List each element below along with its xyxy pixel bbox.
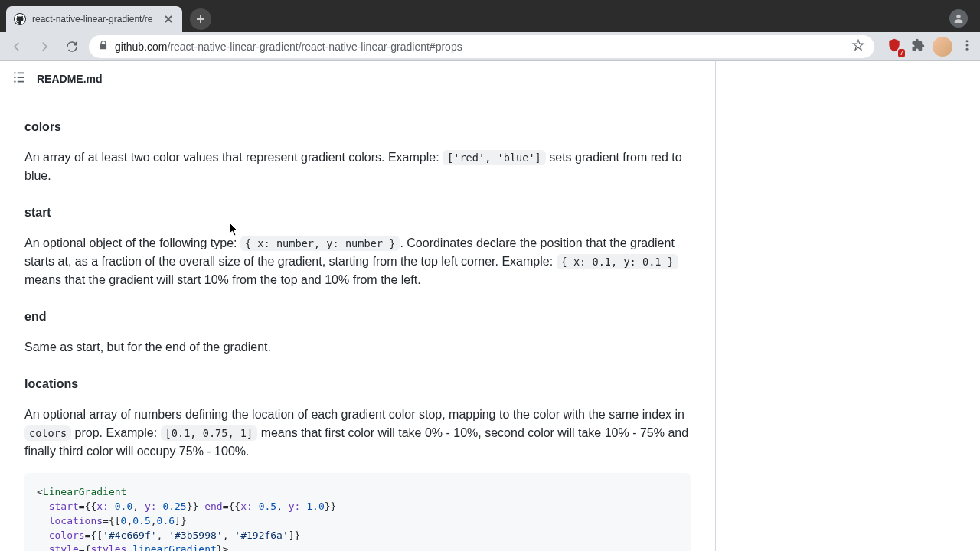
paragraph-locations: An optional array of numbers defining th… [24,406,691,461]
chrome-menu-icon[interactable] [960,38,974,55]
tab-title: react-native-linear-gradient/re [32,14,156,24]
sidebar-empty [716,61,980,551]
svg-point-3 [966,47,969,50]
forward-button[interactable] [34,36,55,57]
browser-toolbar: github.com/react-native-linear-gradient/… [0,32,980,61]
page-content: README.md colors An array of at least tw… [0,61,980,551]
new-tab-button[interactable] [190,8,211,30]
inline-code: { x: number, y: number } [240,236,400,251]
browser-tab[interactable]: react-native-linear-gradient/re [6,6,182,32]
profile-avatar[interactable] [933,37,952,57]
readme-body: colors An array of at least two color va… [0,96,715,551]
github-favicon [14,13,26,25]
chrome-account-icon[interactable] [949,9,968,28]
inline-code: [0.1, 0.75, 1] [161,425,258,441]
inline-code: ['red', 'blue'] [443,150,546,165]
address-bar[interactable]: github.com/react-native-linear-gradient/… [89,35,874,58]
readme-container: README.md colors An array of at least tw… [0,61,716,551]
paragraph-start: An optional object of the following type… [24,234,691,289]
adblock-extension-icon[interactable]: 7 [885,37,903,56]
table-of-contents-icon[interactable] [12,70,26,87]
url-text: github.com/react-native-linear-gradient/… [115,41,845,53]
svg-point-1 [966,40,969,42]
heading-end: end [24,308,691,326]
extensions-icon[interactable] [911,38,925,55]
heading-start: start [24,204,691,222]
reload-button[interactable] [61,36,83,57]
browser-chrome: react-native-linear-gradient/re [0,0,980,61]
heading-colors: colors [24,118,691,136]
close-tab-icon[interactable] [162,13,175,25]
bookmark-star-icon[interactable] [851,38,865,55]
heading-locations: locations [24,375,691,393]
code-block: <LinearGradient start={{x: 0.0, y: 0.25}… [24,473,691,551]
paragraph-colors: An array of at least two color values th… [24,148,691,185]
inline-code: colors [24,425,71,441]
svg-point-0 [956,15,960,18]
readme-header: README.md [0,61,715,96]
lock-icon [98,40,109,54]
paragraph-end: Same as start, but for the end of the gr… [24,338,691,357]
back-button[interactable] [6,36,28,57]
svg-point-2 [966,44,969,46]
readme-filename: README.md [37,73,103,85]
tab-bar: react-native-linear-gradient/re [0,0,980,32]
inline-code: { x: 0.1, y: 0.1 } [557,254,678,269]
